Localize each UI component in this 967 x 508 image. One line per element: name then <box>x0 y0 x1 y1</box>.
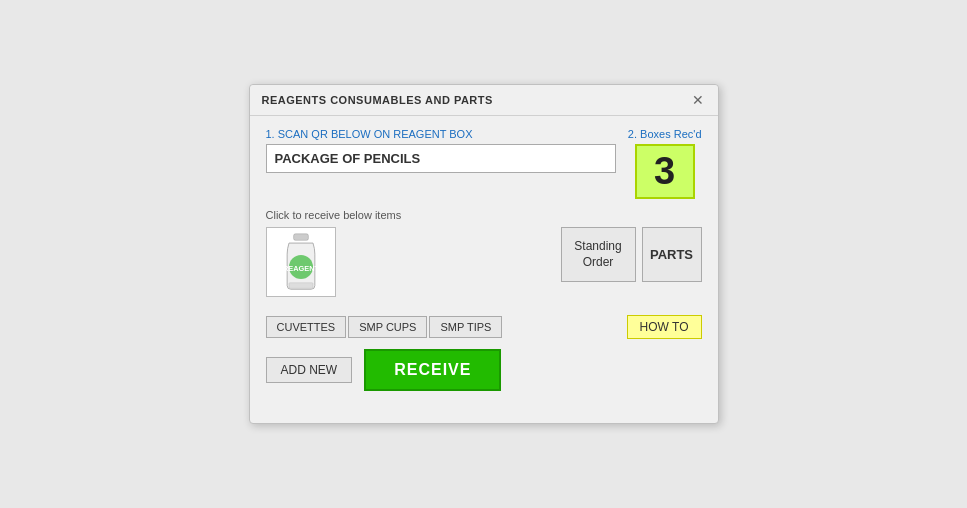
tab-smp-tips[interactable]: SMP TIPS <box>429 316 502 338</box>
dialog-title: REAGENTS CONSUMABLES AND PARTS <box>262 94 493 106</box>
how-to-button[interactable]: HOW TO <box>627 315 702 339</box>
tab-cuvettes[interactable]: CUVETTES <box>266 316 347 338</box>
add-new-button[interactable]: ADD NEW <box>266 357 353 383</box>
standing-order-button[interactable]: Standing Order <box>561 227 636 282</box>
bottom-row: ADD NEW RECEIVE <box>266 349 702 391</box>
receive-area: Click to receive below items REAGENT Sta… <box>266 209 702 297</box>
receive-button[interactable]: RECEIVE <box>364 349 501 391</box>
bottle-icon: REAGENT <box>276 232 326 292</box>
dialog-titlebar: REAGENTS CONSUMABLES AND PARTS ✕ <box>250 85 718 116</box>
receive-label: Click to receive below items <box>266 209 702 221</box>
step1-section: 1. SCAN QR BELOW ON REAGENT BOX 2. Boxes… <box>266 128 702 199</box>
close-button[interactable]: ✕ <box>690 93 706 107</box>
svg-rect-0 <box>293 234 308 240</box>
step1-label: 1. SCAN QR BELOW ON REAGENT BOX <box>266 128 616 140</box>
tab-smp-cups[interactable]: SMP CUPS <box>348 316 427 338</box>
step2-wrapper: 2. Boxes Rec'd 3 <box>628 128 702 199</box>
svg-text:REAGENT: REAGENT <box>282 264 319 273</box>
reagents-dialog: REAGENTS CONSUMABLES AND PARTS ✕ 1. SCAN… <box>249 84 719 424</box>
scan-input[interactable] <box>266 144 616 173</box>
step1-left: 1. SCAN QR BELOW ON REAGENT BOX <box>266 128 616 173</box>
boxes-count-display: 3 <box>635 144 695 199</box>
tabs-row: CUVETTES SMP CUPS SMP TIPS HOW TO <box>266 315 702 339</box>
parts-button[interactable]: PARTS <box>642 227 702 282</box>
dialog-body: 1. SCAN QR BELOW ON REAGENT BOX 2. Boxes… <box>250 116 718 407</box>
step2-label: 2. Boxes Rec'd <box>628 128 702 140</box>
item-thumbnail[interactable]: REAGENT <box>266 227 336 297</box>
item-action-buttons: Standing Order PARTS <box>561 227 702 282</box>
items-row: REAGENT Standing Order PARTS <box>266 227 702 297</box>
svg-rect-3 <box>289 283 313 289</box>
